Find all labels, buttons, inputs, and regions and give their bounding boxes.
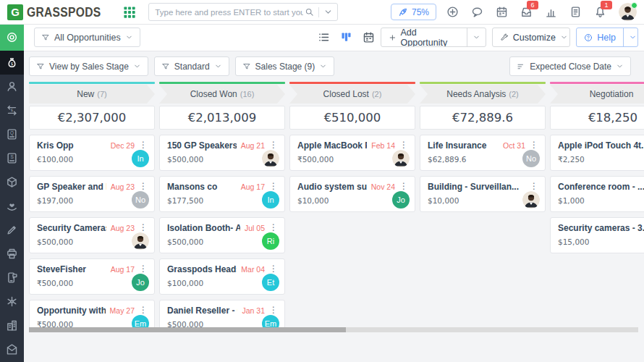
calendar-icon[interactable] (496, 6, 508, 18)
column-header[interactable]: Closed Won (16) (159, 85, 285, 104)
column-header[interactable]: Closed Lost (2) (289, 85, 415, 104)
filter-chip[interactable]: View by Sales Stage (29, 56, 148, 76)
card-title: 150 GP Speakers (167, 140, 237, 151)
column-header[interactable]: New (7) (29, 85, 155, 104)
card-assignee-photo[interactable] (262, 150, 279, 167)
card-assignee-avatar[interactable]: Ri (262, 232, 279, 250)
kanban-view-icon[interactable] (340, 31, 352, 43)
list-view-icon[interactable] (318, 31, 330, 43)
card-menu-icon[interactable]: ⋮ (269, 264, 278, 273)
opportunity-card[interactable]: 150 GP Speakers Aug 21 ⋮ $500,000 (159, 135, 285, 171)
card-menu-icon[interactable]: ⋮ (139, 306, 148, 314)
quick-create-icon[interactable] (446, 6, 459, 18)
opportunity-card[interactable]: Mansons co Aug 17 ⋮ $177,500 In (159, 176, 285, 212)
add-opportunity-button[interactable]: Add Opportunity (381, 28, 486, 47)
scrollbar-thumb[interactable] (29, 327, 346, 332)
sidebar-item-integrations[interactable] (0, 290, 24, 313)
card-menu-icon[interactable]: ⋮ (269, 140, 278, 149)
card-menu-icon[interactable]: ⋮ (139, 264, 148, 273)
calendar-view-icon[interactable] (363, 31, 375, 43)
sort-by-chip[interactable]: Expected Close Date (509, 56, 631, 76)
card-assignee-avatar[interactable]: No (522, 150, 540, 167)
opportunity-card[interactable]: Security cameras - 3... $15,000 (550, 217, 644, 253)
sidebar-item-engagements[interactable] (0, 194, 24, 218)
inbox-icon[interactable]: 6 (520, 6, 533, 18)
card-menu-icon[interactable]: ⋮ (269, 223, 278, 232)
sidebar-item-esign[interactable] (0, 218, 24, 242)
sidebar-item-sms[interactable] (0, 266, 24, 290)
search-icon[interactable] (305, 7, 314, 17)
sidebar-item-quotes[interactable]: Q (0, 122, 24, 146)
column-header[interactable]: Negotiation (550, 85, 644, 104)
notes-icon[interactable] (569, 6, 582, 18)
column-header[interactable]: Needs Analysis (2) (420, 85, 546, 104)
filter-chip[interactable]: Standard (154, 56, 229, 76)
opportunity-card[interactable]: SteveFisher Aug 17 ⋮ ₹500,000 Jo (29, 258, 155, 295)
svg-text:S: S (10, 154, 13, 159)
opportunity-card[interactable]: Grasspods Headset Mar 04 ⋮ $100,000 Et (159, 258, 285, 295)
sidebar-item-sales-orders[interactable]: S (0, 146, 24, 170)
customize-button[interactable]: Customize (492, 28, 570, 47)
opportunity-card[interactable]: GP Speaker and Ho... Aug 23 ⋮ $197,000 N… (29, 176, 155, 212)
card-assignee-avatar[interactable]: In (132, 150, 149, 167)
card-assignee-avatar[interactable]: In (262, 191, 279, 209)
funnel-icon (161, 62, 170, 71)
sidebar-item-payments[interactable]: $ (0, 98, 24, 122)
sidebar-item-print[interactable] (0, 242, 24, 266)
opportunity-card[interactable]: Apple MacBook Pro Feb 14 ⋮ ₹500,000 (289, 135, 415, 171)
horizontal-scrollbar[interactable] (29, 327, 638, 332)
opportunity-card[interactable]: Security Cameras fo... Aug 23 ⋮ $500,000 (29, 217, 155, 253)
sidebar-item-products[interactable] (0, 170, 24, 194)
card-menu-icon[interactable]: ⋮ (139, 182, 148, 190)
card-assignee-avatar[interactable]: No (132, 191, 149, 209)
list-selector[interactable]: All Opportunities (34, 28, 140, 47)
onboarding-progress-badge[interactable]: 75% (391, 4, 436, 20)
card-menu-icon[interactable]: ⋮ (139, 140, 148, 149)
sidebar-item-opportunities[interactable] (0, 24, 24, 51)
card-menu-icon[interactable]: ⋮ (139, 223, 148, 232)
sidebar-item-contacts[interactable] (0, 75, 24, 98)
opportunity-card[interactable]: Life Insurance Oct 31 ⋮ $62,889.6 No (420, 135, 546, 171)
help-button[interactable]: Help (576, 28, 638, 47)
card-amount: $1,000 (558, 196, 644, 205)
opportunity-card[interactable]: Building - Surveillan... ⋮ $10,000 (420, 176, 546, 212)
app-window: G GRASSPODS 75% 61 $$QS All Opportunitie… (0, 0, 644, 362)
card-menu-icon[interactable]: ⋮ (530, 182, 538, 190)
sidebar-item-deals[interactable]: $ (0, 51, 24, 75)
global-search[interactable] (148, 3, 338, 21)
exchange-dollar-icon: $ (6, 104, 18, 117)
search-options-chevron-icon[interactable] (323, 7, 333, 17)
card-menu-icon[interactable]: ⋮ (269, 182, 278, 190)
app-launcher-icon[interactable] (123, 6, 135, 18)
card-assignee-photo[interactable] (522, 191, 540, 209)
card-assignee-photo[interactable] (132, 232, 149, 250)
opportunity-card[interactable]: Isolation Booth- Aud... Jul 05 ⋮ $500,00… (159, 217, 285, 253)
opportunity-card[interactable]: Audio system supply Nov 24 ⋮ $10,000 Jo (289, 176, 415, 212)
logo[interactable]: G GRASSPODS (7, 4, 107, 20)
opportunity-card[interactable]: Apple iPod Touch 4t... ₹2,250 (550, 135, 644, 171)
column-total: €72,889.6 (420, 106, 546, 130)
sidebar-item-organizations[interactable] (0, 313, 24, 337)
card-menu-icon[interactable]: ⋮ (269, 306, 278, 314)
card-menu-icon[interactable]: ⋮ (399, 182, 408, 190)
card-assignee-avatar[interactable]: Jo (392, 191, 410, 209)
card-assignee-avatar[interactable]: Et (262, 274, 279, 291)
filter-chip[interactable]: Sales Stage (9) (235, 56, 335, 76)
sidebar-item-email[interactable] (0, 337, 24, 361)
add-opportunity-caret[interactable] (467, 28, 486, 46)
box-icon (6, 176, 18, 188)
opportunity-card[interactable]: Kris Opp Dec 29 ⋮ €100,000 In (29, 135, 155, 171)
pen-icon (6, 224, 18, 236)
card-menu-icon[interactable]: ⋮ (530, 140, 538, 149)
card-menu-icon[interactable]: ⋮ (399, 140, 408, 149)
card-assignee-avatar[interactable]: Jo (132, 274, 149, 291)
reports-icon[interactable] (545, 6, 557, 18)
help-caret[interactable] (623, 28, 638, 46)
card-title: Building - Surveillan... (428, 182, 521, 192)
notifications-bell-icon[interactable]: 1 (594, 6, 606, 18)
search-input[interactable] (153, 7, 305, 17)
opportunity-card[interactable]: Conference room - ... $1,000 (550, 176, 644, 212)
card-assignee-photo[interactable] (392, 150, 410, 167)
user-avatar[interactable] (619, 3, 637, 21)
chat-icon[interactable] (471, 6, 483, 18)
